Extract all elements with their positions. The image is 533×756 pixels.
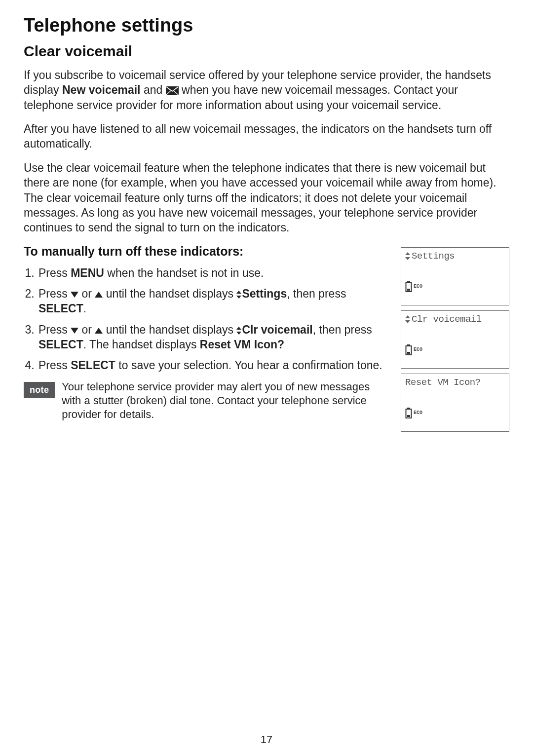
- text: Press: [38, 287, 71, 300]
- text: until the handset displays: [103, 287, 236, 300]
- voicemail-envelope-icon: [166, 86, 179, 95]
- page-number: 17: [0, 733, 533, 746]
- intro-paragraph-2: After you have listened to all new voice…: [24, 121, 509, 151]
- section-heading: Clear voicemail: [24, 43, 509, 60]
- instructions-heading: To manually turn off these indicators:: [24, 244, 390, 259]
- reset-vm-label: Reset VM Icon?: [200, 338, 284, 351]
- updown-icon: [236, 327, 242, 334]
- menu-key: MENU: [71, 266, 104, 279]
- battery-icon: [405, 281, 412, 292]
- step-4: Press SELECT to save your selection. You…: [38, 358, 390, 373]
- text: to save your selection. You hear a confi…: [115, 359, 382, 372]
- note-block: note Your telephone service provider may…: [24, 380, 390, 421]
- text: , then press: [313, 323, 372, 336]
- battery-icon: [405, 344, 412, 355]
- screen-line: Reset VM Icon?: [405, 377, 505, 388]
- text: when the handset is not in use.: [104, 266, 264, 279]
- clr-voicemail-label: Clr voicemail: [242, 323, 312, 336]
- up-arrow-icon: [95, 328, 103, 334]
- screen-text: Clr voicemail: [412, 314, 482, 325]
- screen-text: Reset VM Icon?: [405, 377, 481, 388]
- screen-line: Settings: [405, 251, 505, 262]
- text: until the handset displays: [103, 323, 236, 336]
- step-1: Press MENU when the handset is not in us…: [38, 265, 390, 280]
- eco-label: ECO: [414, 410, 422, 416]
- screen-status-row: ECO: [405, 408, 422, 418]
- down-arrow-icon: [71, 292, 78, 298]
- screen-previews-column: Settings ECO Clr voicemail: [401, 244, 509, 437]
- instructions-column: To manually turn off these indicators: P…: [24, 244, 390, 422]
- handset-screen-clr-voicemail: Clr voicemail ECO: [401, 310, 509, 369]
- steps-list: Press MENU when the handset is not in us…: [24, 265, 390, 373]
- select-key: SELECT: [38, 302, 83, 315]
- up-arrow-icon: [95, 292, 103, 298]
- updown-icon: [236, 291, 242, 298]
- screen-status-row: ECO: [405, 344, 422, 355]
- page-title: Telephone settings: [24, 15, 509, 36]
- text: .: [83, 302, 86, 315]
- text: and: [141, 83, 166, 96]
- updown-icon: [405, 316, 411, 323]
- note-text: Your telephone service provider may aler…: [62, 380, 390, 421]
- screen-line: Clr voicemail: [405, 314, 505, 325]
- new-voicemail-label: New voicemail: [62, 83, 141, 96]
- svg-rect-5: [407, 289, 410, 291]
- text: Press: [38, 323, 71, 336]
- handset-screen-reset-vm: Reset VM Icon? ECO: [401, 374, 509, 432]
- step-2: Press or until the handset displays Sett…: [38, 286, 390, 316]
- svg-rect-8: [407, 352, 410, 354]
- instructions-row: To manually turn off these indicators: P…: [24, 244, 509, 437]
- text: , then press: [287, 287, 346, 300]
- text: or: [78, 287, 95, 300]
- settings-label: Settings: [242, 287, 287, 300]
- select-key: SELECT: [38, 338, 83, 351]
- svg-rect-11: [407, 415, 410, 417]
- intro-paragraph-1: If you subscribe to voicemail service of…: [24, 68, 509, 113]
- handset-screen-settings: Settings ECO: [401, 247, 509, 305]
- step-3: Press or until the handset displays Clr …: [38, 322, 390, 352]
- updown-icon: [405, 253, 411, 260]
- down-arrow-icon: [71, 328, 78, 334]
- manual-page: Telephone settings Clear voicemail If yo…: [0, 0, 533, 756]
- text: Press: [38, 359, 71, 372]
- note-badge: note: [24, 382, 55, 398]
- text: Press: [38, 266, 71, 279]
- eco-label: ECO: [414, 347, 422, 352]
- select-key: SELECT: [71, 359, 115, 372]
- text: or: [78, 323, 95, 336]
- screen-status-row: ECO: [405, 281, 422, 292]
- text: . The handset displays: [83, 338, 200, 351]
- battery-icon: [405, 408, 412, 418]
- eco-label: ECO: [414, 284, 422, 289]
- intro-paragraph-3: Use the clear voicemail feature when the…: [24, 160, 509, 235]
- screen-text: Settings: [412, 251, 455, 262]
